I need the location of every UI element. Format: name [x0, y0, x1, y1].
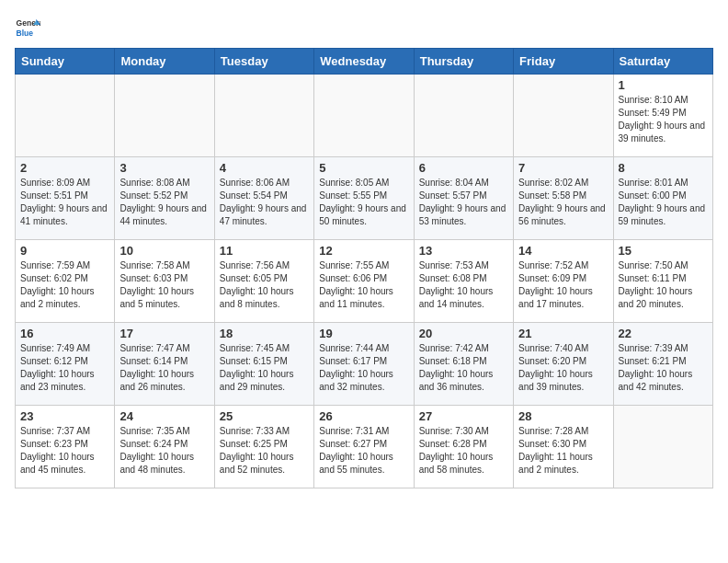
- day-info: Sunrise: 7:40 AM Sunset: 6:20 PM Dayligh…: [518, 342, 608, 394]
- day-info: Sunrise: 8:02 AM Sunset: 5:58 PM Dayligh…: [518, 177, 608, 228]
- week-row-3: 9Sunrise: 7:59 AM Sunset: 6:02 PM Daylig…: [16, 240, 713, 323]
- day-info: Sunrise: 7:52 AM Sunset: 6:09 PM Dayligh…: [518, 259, 608, 311]
- day-number: 25: [220, 409, 309, 423]
- day-info: Sunrise: 8:09 AM Sunset: 5:51 PM Dayligh…: [20, 177, 109, 228]
- day-number: 24: [119, 409, 209, 423]
- day-number: 18: [220, 327, 309, 340]
- calendar-cell: [514, 75, 613, 157]
- calendar-cell: 6Sunrise: 8:04 AM Sunset: 5:57 PM Daylig…: [414, 157, 513, 240]
- day-number: 27: [419, 409, 508, 423]
- day-number: 11: [220, 244, 309, 258]
- calendar-cell: 24Sunrise: 7:35 AM Sunset: 6:24 PM Dayli…: [115, 406, 214, 488]
- calendar-cell: [16, 75, 115, 157]
- calendar-cell: [613, 406, 712, 488]
- calendar-cell: 26Sunrise: 7:31 AM Sunset: 6:27 PM Dayli…: [314, 406, 414, 488]
- day-number: 12: [319, 244, 408, 258]
- week-row-1: 1Sunrise: 8:10 AM Sunset: 5:49 PM Daylig…: [16, 75, 713, 157]
- calendar-cell: [214, 75, 313, 157]
- day-number: 5: [319, 161, 408, 175]
- day-number: 8: [619, 161, 708, 175]
- calendar-cell: 12Sunrise: 7:55 AM Sunset: 6:06 PM Dayli…: [314, 240, 414, 323]
- calendar-body: 1Sunrise: 8:10 AM Sunset: 5:49 PM Daylig…: [16, 75, 713, 488]
- calendar-cell: 15Sunrise: 7:50 AM Sunset: 6:11 PM Dayli…: [613, 240, 712, 323]
- calendar-cell: 28Sunrise: 7:28 AM Sunset: 6:30 PM Dayli…: [514, 406, 613, 488]
- day-header-wednesday: Wednesday: [314, 49, 414, 75]
- day-number: 10: [119, 244, 209, 258]
- day-number: 9: [20, 244, 109, 258]
- day-number: 23: [20, 409, 109, 423]
- day-number: 28: [518, 409, 608, 423]
- day-number: 2: [20, 161, 109, 175]
- svg-text:Blue: Blue: [17, 29, 34, 38]
- day-number: 19: [319, 327, 408, 340]
- day-info: Sunrise: 7:50 AM Sunset: 6:11 PM Dayligh…: [619, 259, 708, 311]
- day-number: 17: [119, 327, 209, 340]
- day-number: 3: [119, 161, 209, 175]
- calendar-cell: 11Sunrise: 7:56 AM Sunset: 6:05 PM Dayli…: [214, 240, 313, 323]
- calendar-cell: 8Sunrise: 8:01 AM Sunset: 6:00 PM Daylig…: [613, 157, 712, 240]
- calendar-table: SundayMondayTuesdayWednesdayThursdayFrid…: [15, 48, 713, 488]
- day-info: Sunrise: 7:30 AM Sunset: 6:28 PM Dayligh…: [419, 425, 508, 477]
- calendar-cell: 2Sunrise: 8:09 AM Sunset: 5:51 PM Daylig…: [16, 157, 115, 240]
- calendar-cell: 13Sunrise: 7:53 AM Sunset: 6:08 PM Dayli…: [414, 240, 513, 323]
- calendar-cell: 18Sunrise: 7:45 AM Sunset: 6:15 PM Dayli…: [214, 323, 313, 406]
- day-info: Sunrise: 8:08 AM Sunset: 5:52 PM Dayligh…: [119, 177, 209, 228]
- day-header-monday: Monday: [115, 49, 214, 75]
- calendar-cell: 3Sunrise: 8:08 AM Sunset: 5:52 PM Daylig…: [115, 157, 214, 240]
- day-info: Sunrise: 7:45 AM Sunset: 6:15 PM Dayligh…: [220, 342, 309, 394]
- day-number: 13: [419, 244, 508, 258]
- calendar-cell: 9Sunrise: 7:59 AM Sunset: 6:02 PM Daylig…: [16, 240, 115, 323]
- day-info: Sunrise: 7:55 AM Sunset: 6:06 PM Dayligh…: [319, 259, 408, 311]
- day-info: Sunrise: 7:37 AM Sunset: 6:23 PM Dayligh…: [20, 425, 109, 477]
- week-row-5: 23Sunrise: 7:37 AM Sunset: 6:23 PM Dayli…: [16, 406, 713, 488]
- day-info: Sunrise: 7:35 AM Sunset: 6:24 PM Dayligh…: [119, 425, 209, 477]
- day-number: 20: [419, 327, 508, 340]
- calendar-cell: 5Sunrise: 8:05 AM Sunset: 5:55 PM Daylig…: [314, 157, 414, 240]
- calendar-cell: 19Sunrise: 7:44 AM Sunset: 6:17 PM Dayli…: [314, 323, 414, 406]
- week-row-2: 2Sunrise: 8:09 AM Sunset: 5:51 PM Daylig…: [16, 157, 713, 240]
- day-number: 16: [20, 327, 109, 340]
- day-info: Sunrise: 7:58 AM Sunset: 6:03 PM Dayligh…: [119, 259, 209, 311]
- day-number: 26: [319, 409, 408, 423]
- calendar-cell: 20Sunrise: 7:42 AM Sunset: 6:18 PM Dayli…: [414, 323, 513, 406]
- day-info: Sunrise: 8:05 AM Sunset: 5:55 PM Dayligh…: [319, 177, 408, 228]
- calendar-cell: 25Sunrise: 7:33 AM Sunset: 6:25 PM Dayli…: [214, 406, 313, 488]
- day-header-thursday: Thursday: [414, 49, 513, 75]
- logo-icon: General Blue: [15, 15, 40, 40]
- day-header-tuesday: Tuesday: [214, 49, 313, 75]
- calendar-cell: 21Sunrise: 7:40 AM Sunset: 6:20 PM Dayli…: [514, 323, 613, 406]
- day-number: 6: [419, 161, 508, 175]
- day-info: Sunrise: 7:31 AM Sunset: 6:27 PM Dayligh…: [319, 425, 408, 477]
- calendar-cell: 16Sunrise: 7:49 AM Sunset: 6:12 PM Dayli…: [16, 323, 115, 406]
- day-number: 4: [220, 161, 309, 175]
- calendar-cell: 22Sunrise: 7:39 AM Sunset: 6:21 PM Dayli…: [613, 323, 712, 406]
- day-number: 1: [619, 78, 708, 92]
- day-info: Sunrise: 8:06 AM Sunset: 5:54 PM Dayligh…: [220, 177, 309, 228]
- day-number: 21: [518, 327, 608, 340]
- header: General Blue: [15, 15, 713, 40]
- day-info: Sunrise: 7:39 AM Sunset: 6:21 PM Dayligh…: [619, 342, 708, 394]
- day-info: Sunrise: 8:01 AM Sunset: 6:00 PM Dayligh…: [619, 177, 708, 228]
- day-info: Sunrise: 7:56 AM Sunset: 6:05 PM Dayligh…: [220, 259, 309, 311]
- day-info: Sunrise: 7:53 AM Sunset: 6:08 PM Dayligh…: [419, 259, 508, 311]
- day-number: 14: [518, 244, 608, 258]
- calendar-cell: [414, 75, 513, 157]
- calendar-cell: 4Sunrise: 8:06 AM Sunset: 5:54 PM Daylig…: [214, 157, 313, 240]
- day-number: 22: [619, 327, 708, 340]
- day-header-saturday: Saturday: [613, 49, 712, 75]
- calendar-cell: [314, 75, 414, 157]
- day-info: Sunrise: 7:33 AM Sunset: 6:25 PM Dayligh…: [220, 425, 309, 477]
- day-number: 7: [518, 161, 608, 175]
- day-header-friday: Friday: [514, 49, 613, 75]
- day-info: Sunrise: 7:47 AM Sunset: 6:14 PM Dayligh…: [119, 342, 209, 394]
- day-header-sunday: Sunday: [16, 49, 115, 75]
- day-number: 15: [619, 244, 708, 258]
- calendar-cell: 10Sunrise: 7:58 AM Sunset: 6:03 PM Dayli…: [115, 240, 214, 323]
- calendar-cell: 23Sunrise: 7:37 AM Sunset: 6:23 PM Dayli…: [16, 406, 115, 488]
- calendar-cell: 7Sunrise: 8:02 AM Sunset: 5:58 PM Daylig…: [514, 157, 613, 240]
- calendar-cell: 1Sunrise: 8:10 AM Sunset: 5:49 PM Daylig…: [613, 75, 712, 157]
- day-info: Sunrise: 8:10 AM Sunset: 5:49 PM Dayligh…: [619, 94, 708, 145]
- calendar-header-row: SundayMondayTuesdayWednesdayThursdayFrid…: [16, 49, 713, 75]
- day-info: Sunrise: 7:42 AM Sunset: 6:18 PM Dayligh…: [419, 342, 508, 394]
- day-info: Sunrise: 7:28 AM Sunset: 6:30 PM Dayligh…: [518, 425, 608, 477]
